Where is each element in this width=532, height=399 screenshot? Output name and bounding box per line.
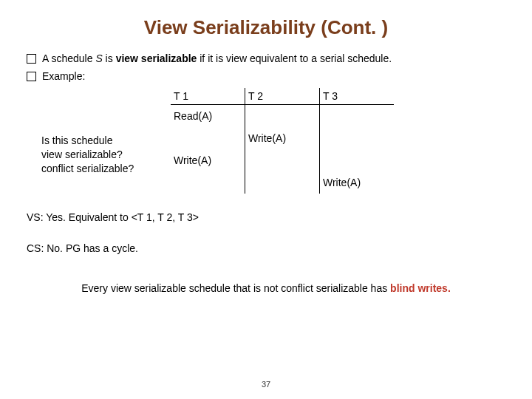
bullet-2-text: Example: bbox=[42, 70, 85, 82]
term-blind-writes: blind writes. bbox=[390, 282, 451, 294]
op-write-a: Write(A) bbox=[245, 127, 320, 149]
empty-cell bbox=[245, 171, 320, 194]
empty-cell bbox=[320, 127, 395, 149]
col-header-t2: T 2 bbox=[245, 88, 320, 105]
checkbox-icon bbox=[27, 72, 36, 81]
text-fragment: if it is view equivalent to a serial sch… bbox=[200, 52, 392, 64]
answer-vs: VS: Yes. Equivalent to <T 1, T 2, T 3> bbox=[27, 210, 505, 225]
question-line: conflict serializable? bbox=[41, 162, 171, 176]
empty-cell bbox=[320, 105, 395, 128]
checkbox-icon bbox=[27, 54, 36, 64]
op-read-a: Read(A) bbox=[171, 105, 245, 128]
empty-cell bbox=[171, 127, 245, 149]
question-line: view serializable? bbox=[41, 148, 171, 162]
op-write-a: Write(A) bbox=[320, 171, 395, 194]
col-header-t3: T 3 bbox=[320, 88, 395, 105]
text-fragment: is bbox=[103, 52, 116, 64]
question-block: Is this schedule view serializable? conf… bbox=[41, 134, 171, 176]
question-line: Is this schedule bbox=[41, 134, 171, 148]
op-write-a: Write(A) bbox=[171, 149, 245, 171]
term-view-serializable: view serializable bbox=[116, 52, 200, 64]
table-row: Write(A) bbox=[171, 171, 394, 194]
slide-title: View Serializability (Cont. ) bbox=[0, 16, 532, 39]
empty-cell bbox=[320, 149, 395, 171]
content-area: A schedule S is view serializable if it … bbox=[0, 52, 532, 296]
footnote: Every view serializable schedule that is… bbox=[78, 282, 454, 296]
empty-cell bbox=[245, 149, 320, 171]
bullet-1-text: A schedule S is view serializable if it … bbox=[42, 52, 392, 64]
mid-area: Is this schedule view serializable? conf… bbox=[41, 88, 505, 194]
table-row: Write(A) bbox=[171, 149, 394, 171]
table-row: Write(A) bbox=[171, 127, 394, 149]
table-header-row: T 1 T 2 T 3 bbox=[171, 88, 394, 105]
answers-block: VS: Yes. Equivalent to <T 1, T 2, T 3> C… bbox=[27, 210, 505, 256]
schedule-var: S bbox=[95, 52, 102, 64]
page-number: 37 bbox=[0, 380, 532, 389]
answer-cs: CS: No. PG has a cycle. bbox=[27, 241, 505, 256]
empty-cell bbox=[171, 171, 245, 194]
bullet-2: Example: bbox=[27, 70, 505, 82]
text-fragment: A schedule bbox=[42, 52, 95, 64]
col-header-t1: T 1 bbox=[171, 88, 245, 105]
footnote-text: Every view serializable schedule that is… bbox=[81, 282, 390, 294]
empty-cell bbox=[245, 105, 320, 128]
bullet-1: A schedule S is view serializable if it … bbox=[27, 52, 505, 64]
table-row: Read(A) bbox=[171, 105, 394, 128]
schedule-table: T 1 T 2 T 3 Read(A) Write(A) Write(A) bbox=[171, 88, 394, 194]
